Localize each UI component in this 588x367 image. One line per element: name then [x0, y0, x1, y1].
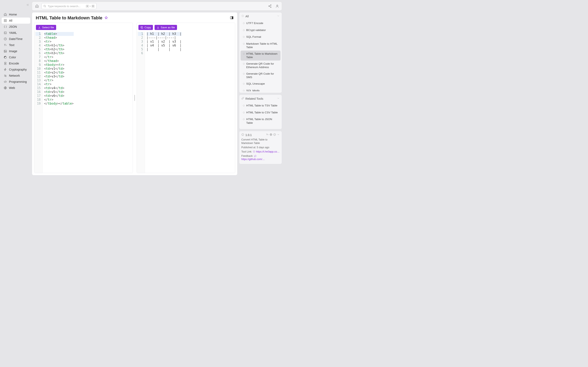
copy-button[interactable]: Copy: [138, 25, 153, 30]
tool-item[interactable]: Generate QR Code for Ethereum Address: [241, 60, 281, 71]
related-tool-item[interactable]: HTML Table to CSV Table: [241, 109, 281, 116]
version-label: 1.0.1: [245, 133, 265, 137]
text-size-icon[interactable]: [266, 133, 269, 137]
sidebar-item-home[interactable]: Home: [2, 11, 30, 17]
tool-item[interactable]: Markdown Table to HTML Table: [241, 41, 281, 50]
sidebar-item-network[interactable]: Network: [2, 73, 30, 79]
all-tools-panel: All UTF7 EncodeBCrypt validatorSQL Forma…: [239, 12, 282, 93]
related-tool-item[interactable]: HTML Table to JSON Table: [241, 116, 281, 126]
svg-rect-2: [4, 21, 5, 22]
shield-icon: [253, 150, 255, 153]
tool-item-label: HTML Table to JSON Table: [246, 117, 278, 125]
sidebar-item-text[interactable]: Text: [2, 42, 30, 48]
tool-item-label: Markdown Table to HTML Table: [246, 42, 278, 49]
svg-rect-10: [4, 64, 6, 65]
nav-label: Image: [9, 50, 17, 53]
tool-item[interactable]: HTML Table to Markdown Table: [241, 50, 281, 60]
share-button[interactable]: [268, 4, 272, 8]
sparkle-icon: [242, 52, 245, 56]
nav-icon: [4, 43, 7, 47]
source-editor[interactable]: 12345678910111213141516171819 <table> <t…: [34, 32, 133, 173]
save-as-file-button[interactable]: Save as file: [155, 25, 177, 30]
nav-label: Network: [9, 74, 20, 77]
nav-label: JSON: [9, 25, 17, 28]
related-tool-item[interactable]: HTML to SQL: [241, 126, 281, 128]
all-tools-header[interactable]: All: [239, 12, 282, 20]
sidebar-item-image[interactable]: Image: [2, 48, 30, 54]
chevron-down-icon: [277, 97, 280, 100]
home-button[interactable]: [35, 4, 39, 8]
sidebar-item-color[interactable]: Color: [2, 54, 30, 60]
sidebar-item-all[interactable]: All: [2, 17, 30, 24]
output-editor[interactable]: 123456 | h1 | h2 | h3 | |----|----|----|…: [137, 32, 235, 173]
related-tools-header-label: Related Tools: [245, 97, 276, 100]
svg-point-16: [277, 5, 278, 6]
topbar: ⌘ + K: [32, 2, 282, 11]
tool-item-label: HTML Table to CSV Table: [246, 111, 278, 114]
search-box[interactable]: ⌘ + K: [42, 3, 96, 9]
sidebar-item-cryptography[interactable]: Cryptography: [2, 67, 30, 73]
tool-item-label: HTML to SQL: [246, 127, 263, 128]
toggle-panel-button[interactable]: [230, 16, 233, 20]
sparkle-icon: [242, 21, 245, 25]
tool-item[interactable]: SQL Minify: [241, 87, 281, 91]
check-circle-icon[interactable]: [273, 133, 276, 137]
tool-item-label: Generate QR Code for SMS: [246, 72, 278, 79]
svg-rect-9: [4, 62, 6, 63]
sidebar-item-web[interactable]: Web: [2, 85, 30, 91]
search-shortcut: ⌘ + K: [86, 5, 95, 8]
related-tool-item[interactable]: HTML Table to TSV Table: [241, 102, 281, 109]
sidebar-item-programming[interactable]: Programming: [2, 79, 30, 85]
nav-label: All: [9, 19, 12, 22]
tool-item-label: HTML Table to TSV Table: [246, 104, 277, 108]
svg-rect-3: [6, 21, 7, 22]
globe-icon[interactable]: [269, 133, 272, 137]
select-file-button[interactable]: Select file: [36, 25, 56, 30]
nav-label: Text: [9, 43, 15, 47]
tool-item[interactable]: SQL Unescape: [241, 81, 281, 87]
favorite-button[interactable]: [104, 16, 108, 20]
page-title: HTML Table to Markdown Table: [36, 15, 102, 21]
tool-item[interactable]: SQL Format: [241, 34, 281, 41]
editor-splitter[interactable]: [134, 23, 135, 173]
chat-icon: [254, 155, 256, 157]
nav-label: Programming: [9, 80, 27, 83]
tool-item[interactable]: BCrypt validator: [241, 27, 281, 34]
sidebar-item-date-time[interactable]: Date/Time: [2, 36, 30, 42]
sparkle-icon: [242, 89, 245, 91]
tool-link[interactable]: https://t.he3app.co…: [256, 150, 279, 153]
tool-item-label: BCrypt validator: [246, 28, 266, 32]
sidebar-item-yaml[interactable]: YAML: [2, 30, 30, 36]
chevron-down-icon[interactable]: [277, 133, 280, 137]
search-input[interactable]: [48, 5, 84, 8]
feedback-link[interactable]: https://github.com/…: [241, 158, 265, 161]
nav-icon: [4, 74, 7, 77]
tool-item[interactable]: Generate QR Code for SMS: [241, 71, 281, 81]
user-button[interactable]: [275, 4, 279, 8]
tool-item[interactable]: UTF7 Encode: [241, 20, 281, 27]
sidebar-item-json[interactable]: JSON: [2, 24, 30, 30]
source-editor-pane: Select file 1234567891011121314151617181…: [34, 23, 133, 173]
meta-tool-link: Tool Link: https://t.he3app.co…: [241, 150, 280, 154]
nav-label: Home: [9, 13, 17, 16]
nav-icon: [4, 86, 7, 90]
nav-icon: [4, 50, 7, 53]
svg-point-22: [274, 133, 276, 136]
sparkle-icon: [242, 62, 245, 66]
related-tools-header[interactable]: Related Tools: [239, 95, 282, 102]
sparkle-icon: [242, 42, 245, 46]
sparkle-icon: [242, 72, 245, 76]
sidebar-item-encode[interactable]: Encode: [2, 60, 30, 67]
info-icon: [241, 133, 244, 137]
output-editor-pane: Copy Save as file 123456 | h1 | h2 | h3 …: [137, 23, 235, 173]
related-tools-panel: Related Tools HTML Table to TSV TableHTM…: [239, 95, 282, 129]
chevron-down-icon: [277, 15, 280, 18]
sparkle-icon: [241, 15, 244, 18]
sidebar-collapse-button[interactable]: [26, 3, 29, 7]
meta-published: Published at: 5 days ago: [241, 146, 280, 149]
nav-label: Color: [9, 56, 16, 59]
nav-icon: [4, 31, 7, 34]
svg-point-15: [270, 7, 271, 8]
nav-label: Date/Time: [9, 37, 22, 41]
all-tools-header-label: All: [245, 15, 276, 18]
